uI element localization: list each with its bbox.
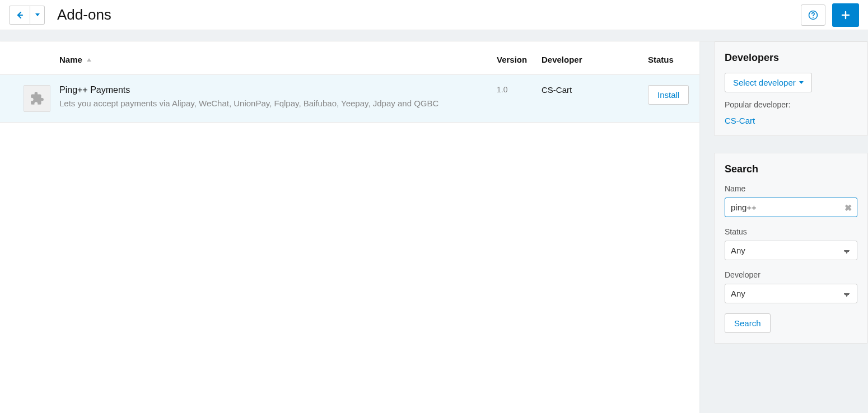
search-status-select[interactable]: Any — [725, 241, 857, 260]
back-dropdown-button[interactable] — [30, 6, 45, 25]
addon-version: 1.0 — [497, 85, 507, 94]
search-name-input-wrap: ✖ — [725, 198, 857, 217]
search-name-input[interactable] — [725, 198, 857, 217]
col-name-header[interactable]: Name — [55, 41, 492, 75]
arrow-left-icon — [15, 11, 24, 20]
col-status-header[interactable]: Status — [643, 41, 699, 75]
col-version-header[interactable]: Version — [492, 41, 537, 75]
puzzle-icon — [30, 91, 44, 106]
addons-table: Name Version Developer Status — [0, 41, 699, 123]
developers-panel: Developers Select developer Popular deve… — [714, 41, 868, 136]
search-status-label: Status — [725, 227, 857, 236]
back-button[interactable] — [9, 6, 30, 25]
addon-description: Lets you accept payments via Alipay, WeC… — [59, 97, 440, 110]
nav-button-group — [9, 6, 45, 25]
sort-asc-icon — [87, 58, 91, 62]
install-button[interactable]: Install — [648, 85, 689, 105]
page-title: Add-ons — [57, 6, 111, 24]
popular-developer-label: Popular developer: — [725, 100, 857, 109]
main-content: Name Version Developer Status — [0, 41, 868, 413]
header-actions — [801, 3, 859, 27]
help-icon — [808, 10, 818, 20]
select-developer-button[interactable]: Select developer — [725, 73, 812, 92]
caret-down-icon — [799, 81, 804, 84]
developer-link-cscart[interactable]: CS-Cart — [725, 116, 755, 125]
addon-developer: CS-Cart — [542, 85, 572, 95]
search-heading: Search — [725, 163, 857, 175]
svg-point-2 — [813, 17, 814, 18]
caret-down-icon — [35, 13, 40, 16]
search-name-label: Name — [725, 184, 857, 193]
col-developer-header[interactable]: Developer — [537, 41, 643, 75]
col-icon-header — [0, 41, 55, 75]
add-button[interactable] — [832, 3, 859, 27]
addon-name: Ping++ Payments — [59, 85, 488, 95]
sidebar: Developers Select developer Popular deve… — [714, 41, 868, 360]
table-row[interactable]: Ping++ Payments Lets you accept payments… — [0, 75, 699, 123]
subheader-spacer — [0, 30, 868, 41]
search-developer-select[interactable]: Any — [725, 284, 857, 303]
search-button[interactable]: Search — [725, 313, 771, 333]
plus-icon — [841, 10, 851, 20]
col-name-label: Name — [59, 55, 82, 64]
search-developer-label: Developer — [725, 270, 857, 279]
search-panel: Search Name ✖ Status Any Developer Any S… — [714, 153, 868, 344]
clear-input-icon[interactable]: ✖ — [844, 202, 852, 213]
addons-panel: Name Version Developer Status — [0, 41, 699, 413]
help-button[interactable] — [801, 4, 825, 26]
select-developer-label: Select developer — [733, 78, 796, 87]
addon-icon — [24, 85, 50, 112]
developers-heading: Developers — [725, 52, 857, 64]
page-header: Add-ons — [0, 0, 868, 30]
